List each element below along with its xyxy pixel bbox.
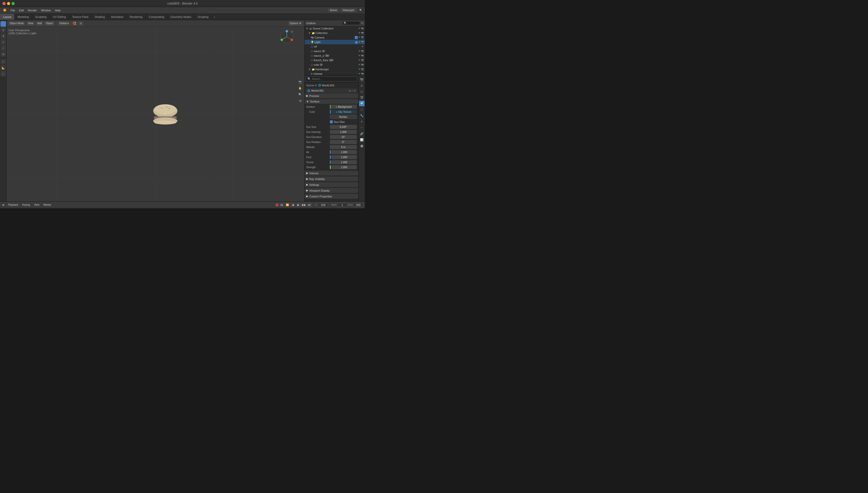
cola-render[interactable]: 📷 (361, 63, 364, 66)
object-menu[interactable]: Object (44, 21, 54, 26)
play-button[interactable]: ▶ (296, 203, 301, 207)
outliner-light[interactable]: 💡 Light ⬤ 👁 📷 (305, 40, 365, 44)
outliner-filter[interactable]: ⊟ (361, 21, 363, 25)
dust-value[interactable]: 1.000 (332, 155, 357, 159)
fries-eye[interactable]: 👁 (358, 59, 361, 61)
cola-eye[interactable]: 👁 (358, 63, 361, 66)
world-new-btn[interactable]: + (351, 89, 353, 92)
window-controls[interactable] (2, 2, 15, 5)
vp-zoom-icon[interactable]: 🔍 (297, 92, 303, 97)
props-search-input[interactable] (312, 78, 356, 80)
cheese-eye[interactable]: 👁 (358, 72, 361, 75)
vp-grid-icon[interactable]: ⊞ (297, 98, 303, 104)
breadcrumb-scene[interactable]: Scene (306, 84, 314, 87)
tool-add[interactable]: ⬡ (0, 71, 6, 77)
viewport-display-header[interactable]: ▶ Viewport Display (305, 188, 358, 193)
props-data-icon[interactable]: 📊 (359, 137, 365, 143)
tool-move[interactable]: ✥ (0, 33, 6, 39)
tool-select[interactable]: ↖ (0, 21, 6, 27)
outliner-collection[interactable]: ▼ 📁 Collection 👁 📷 (305, 31, 365, 35)
camera-restrict-icon[interactable] (355, 36, 358, 39)
start-frame-input[interactable] (337, 203, 347, 207)
jump-end-button[interactable]: ⏭ (307, 203, 312, 207)
minimize-button[interactable] (7, 2, 10, 5)
outliner-sauce[interactable]: ⬡ sauce 3 👁 📷 (305, 49, 365, 53)
vp-hand-icon[interactable]: ✋ (297, 85, 303, 91)
settings-header[interactable]: ▶ Settings (305, 182, 358, 187)
fries-render[interactable]: 📷 (361, 59, 364, 61)
cheese-render[interactable]: 📷 (361, 72, 364, 75)
props-view-layer-icon[interactable]: 🗂 (359, 89, 365, 94)
altitude-value[interactable]: 0 m (330, 145, 357, 149)
hamburger-render[interactable]: 📷 (361, 68, 364, 70)
step-back-button[interactable]: ◀ (291, 203, 295, 207)
ref-eye[interactable]: 👁 (362, 45, 364, 48)
tab-compositing[interactable]: Compositing (146, 14, 167, 20)
outliner-search[interactable] (342, 21, 360, 25)
sauce-render[interactable]: 📷 (361, 50, 364, 52)
tab-scripting[interactable]: Scripting (195, 14, 212, 20)
props-particles-icon[interactable]: ✦ (359, 119, 365, 124)
current-frame-input[interactable] (318, 203, 328, 207)
light-data-icon[interactable]: ⬤ (355, 41, 358, 44)
outliner-hamburger[interactable]: ▼ 📁 hamburger 👁 📷 (305, 67, 365, 71)
search-button[interactable]: 🔍 (358, 8, 364, 12)
eye-icon[interactable]: 👁 (358, 27, 361, 30)
tl-marker-menu[interactable]: Marker (43, 203, 52, 206)
add-menu[interactable]: Add (36, 21, 43, 26)
tab-texture-paint[interactable]: Texture Paint (69, 14, 92, 20)
menu-render[interactable]: Render (26, 8, 39, 12)
vp-camera-icon[interactable]: 📷 (297, 79, 303, 85)
add-workspace-button[interactable]: + (212, 15, 217, 19)
maximize-button[interactable] (12, 2, 15, 5)
props-object-icon[interactable]: ⬡ (359, 107, 365, 112)
props-material-icon[interactable]: ⬤ (359, 143, 365, 149)
volume-header[interactable]: ▶ Volume (305, 171, 358, 175)
custom-properties-header[interactable]: ▶ Custom Properties (305, 194, 358, 199)
timeline-track[interactable]: -140 -120 -100 -80 -60 -40 -20 0 20 40 6… (0, 208, 365, 209)
tab-shading[interactable]: Shading (92, 14, 108, 20)
tool-scale[interactable]: ⤢ (0, 45, 6, 51)
strength-value[interactable]: 1.000 (332, 165, 357, 169)
outliner-french-fries[interactable]: ⬡ french_fries 14 👁 📷 (305, 58, 365, 62)
tl-playback-menu[interactable]: Playback (7, 203, 19, 206)
sun-size-value[interactable]: 0.545° (330, 125, 357, 129)
world-browse-btn[interactable]: ⊟ (349, 89, 351, 92)
light-render[interactable]: 📷 (361, 41, 364, 44)
jump-prev-key-button[interactable]: ⏪ (285, 203, 290, 207)
tab-modeling[interactable]: Modeling (15, 14, 32, 20)
view-menu[interactable]: View (26, 21, 35, 26)
ray-visibility-header[interactable]: ▶ Ray Visibility (305, 176, 358, 181)
props-modifier-icon[interactable]: 🔧 (359, 113, 365, 118)
hamburger-eye[interactable]: 👁 (358, 68, 361, 70)
camera-eye[interactable]: 👁 (358, 36, 361, 39)
tab-uv-editing[interactable]: UV Editing (50, 14, 69, 20)
render-icon[interactable]: 📷 (361, 27, 364, 30)
tab-rendering[interactable]: Rendering (127, 14, 146, 20)
tool-rotate[interactable]: ↻ (0, 39, 6, 45)
menu-edit[interactable]: Edit (17, 8, 26, 12)
menu-window[interactable]: Window (39, 8, 53, 12)
view-layer-selector[interactable]: ViewLayer (340, 8, 356, 12)
tab-sculpting[interactable]: Sculpting (32, 14, 50, 20)
menu-file[interactable]: File (8, 8, 17, 12)
light-eye[interactable]: 👁 (358, 41, 361, 44)
surface-value[interactable]: ● Background (330, 105, 357, 109)
world-unlink-btn[interactable]: ✕ (354, 89, 356, 92)
sauce-y-render[interactable]: 📷 (361, 55, 364, 57)
transform-selector[interactable]: Global ▾ (58, 21, 70, 26)
props-scene-icon[interactable]: 🎬 (359, 95, 365, 100)
props-world-icon[interactable]: 🌍 (359, 101, 365, 106)
sun-rotation-value[interactable]: 0° (330, 140, 357, 144)
air-value[interactable]: 1.000 (332, 150, 357, 154)
step-forward-button[interactable]: ▶▶ (302, 203, 306, 207)
props-render-icon[interactable]: 📷 (359, 77, 365, 82)
tool-measure[interactable]: 📐 (0, 65, 6, 70)
preview-header[interactable]: ▶ Preview (305, 93, 358, 98)
outliner-sauce-y[interactable]: ⬡ sauce_y 34 👁 📷 (305, 53, 365, 58)
camera-render[interactable]: 📷 (361, 36, 364, 39)
menu-help[interactable]: Help (53, 8, 63, 12)
outliner-ref[interactable]: ⬡ ref 👁 (305, 44, 365, 49)
mode-selector[interactable]: Object Mode (8, 21, 25, 26)
proportional-toggle[interactable]: ⊙ (78, 21, 83, 26)
